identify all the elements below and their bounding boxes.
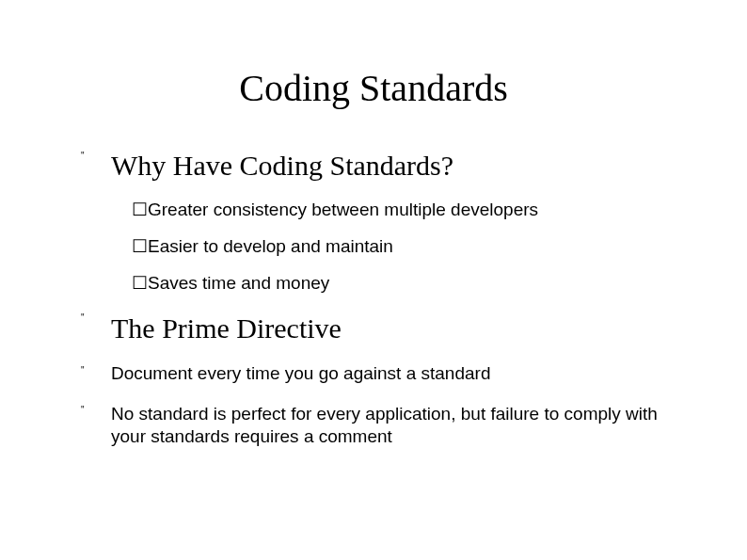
checkbox-icon: ☐ <box>132 199 148 220</box>
item-text: The Prime Directive <box>111 311 672 346</box>
slide: Coding Standards "Why Have Coding Standa… <box>0 0 747 560</box>
sub-item: ☐ Saves time and money <box>132 272 672 294</box>
list-item: "No standard is perfect for every applic… <box>75 403 672 449</box>
sub-item: ☐ Greater consistency between multiple d… <box>132 199 672 220</box>
sub-item: ☐ Easier to develop and maintain <box>132 235 672 257</box>
sub-item-text: Saves time and money <box>148 273 329 293</box>
item-text: No standard is perfect for every applica… <box>111 403 672 449</box>
item-text: Document every time you go against a sta… <box>111 362 672 386</box>
sub-item-text: Greater consistency between multiple dev… <box>148 200 538 219</box>
bullet-icon: " <box>81 313 85 323</box>
bullet-icon: " <box>81 406 85 415</box>
slide-title: Coding Standards <box>75 66 672 110</box>
sub-item-text: Easier to develop and maintain <box>148 236 393 256</box>
bullet-icon: " <box>81 366 85 376</box>
bullet-icon: " <box>81 152 85 161</box>
outer-list: "Why Have Coding Standards?☐ Greater con… <box>75 148 672 449</box>
checkbox-icon: ☐ <box>132 272 148 294</box>
list-item: "Why Have Coding Standards?☐ Greater con… <box>75 148 672 294</box>
inner-list: ☐ Greater consistency between multiple d… <box>132 199 672 294</box>
list-item: "The Prime Directive <box>75 311 672 346</box>
list-item: "Document every time you go against a st… <box>75 362 672 386</box>
checkbox-icon: ☐ <box>132 235 148 257</box>
item-text: Why Have Coding Standards? <box>111 148 672 184</box>
